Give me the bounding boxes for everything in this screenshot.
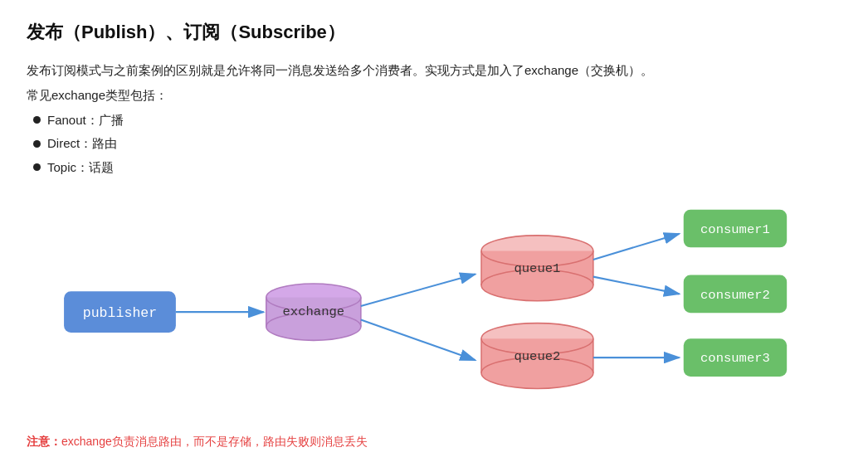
arrow-queue1-consumer1 bbox=[593, 234, 680, 260]
list-item-direct: Direct：路由 bbox=[33, 132, 841, 156]
note-content: exchange负责消息路由，而不是存储，路由失败则消息丢失 bbox=[61, 435, 368, 448]
consumer1-label: consumer1 bbox=[700, 222, 770, 237]
arrow-exchange-queue2 bbox=[361, 319, 475, 360]
diagram-area: publisher exchange queue1 bbox=[27, 192, 841, 425]
bullet-dot-fanout bbox=[33, 116, 41, 124]
diagram-svg: publisher exchange queue1 bbox=[27, 192, 841, 425]
list-item-fanout: Fanout：广播 bbox=[33, 109, 841, 133]
bullet-list: Fanout：广播 Direct：路由 Topic：话题 bbox=[27, 109, 841, 180]
list-item-topic: Topic：话题 bbox=[33, 156, 841, 180]
note-paragraph: 注意：exchange负责消息路由，而不是存储，路由失败则消息丢失 bbox=[27, 435, 841, 450]
consumer3-label: consumer3 bbox=[700, 351, 770, 366]
queue2-label: queue2 bbox=[514, 349, 560, 364]
intro-paragraph: 发布订阅模式与之前案例的区别就是允许将同一消息发送给多个消费者。实现方式是加入了… bbox=[27, 60, 841, 81]
consumer2-label: consumer2 bbox=[700, 288, 770, 303]
exchange-label: exchange bbox=[282, 304, 344, 319]
bullet-dot-topic bbox=[33, 163, 41, 171]
queue1-label: queue1 bbox=[514, 261, 560, 276]
arrow-exchange-queue1 bbox=[361, 275, 475, 306]
bullet-dot-direct bbox=[33, 140, 41, 148]
page-title: 发布（Publish）、订阅（Subscribe） bbox=[27, 20, 841, 45]
arrow-queue1-consumer2 bbox=[593, 277, 680, 294]
publisher-label: publisher bbox=[83, 305, 158, 321]
note-label: 注意： bbox=[27, 435, 61, 448]
exchange-types-label: 常见exchange类型包括： bbox=[27, 88, 841, 104]
